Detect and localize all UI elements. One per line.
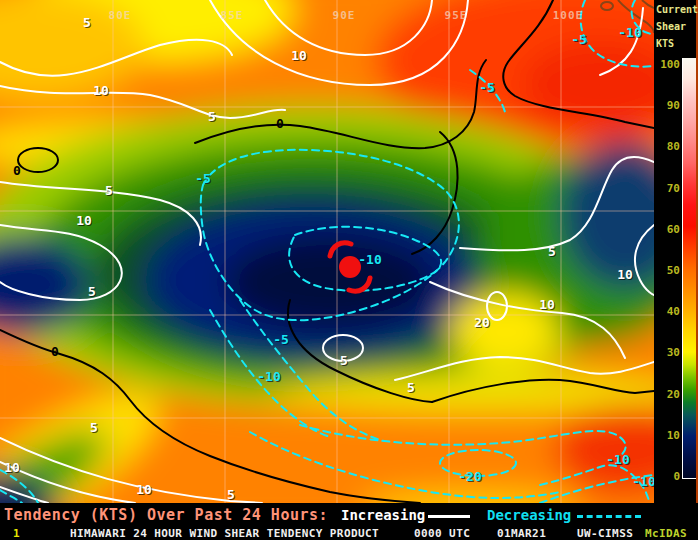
contour-label: -5	[273, 333, 289, 346]
contour-label: -10	[618, 26, 641, 39]
contour-label: 10	[136, 483, 152, 496]
longitude-label: 80E	[109, 9, 132, 22]
frame-number: 1	[13, 527, 20, 540]
colorbar-tick: 90	[654, 99, 680, 112]
contour-label: -20	[458, 470, 481, 483]
contour-label: 10	[76, 214, 92, 227]
shear-tendency-map[interactable]: 80E85E90E95E100E 51010551055551010201010…	[0, 0, 654, 503]
contour-label: 10	[617, 268, 633, 281]
colorbar-tick: 60	[654, 222, 680, 235]
colorbar-tick: 0	[654, 470, 680, 483]
colorbar-title-line3: KTS	[656, 38, 674, 49]
mcidas-wind-shear-screen: 80E85E90E95E100E 51010551055551010201010…	[0, 0, 698, 540]
longitude-label: 85E	[221, 9, 244, 22]
decreasing-line-sample	[577, 515, 641, 518]
contour-label: 5	[407, 381, 415, 394]
product-title: HIMAWARI 24 HOUR WIND SHEAR TENDENCY PRO…	[70, 527, 379, 540]
colorbar-tick: 30	[654, 346, 680, 359]
contour-label: 10	[539, 298, 555, 311]
contour-label: 5	[548, 245, 556, 258]
contour-label: 20	[474, 316, 490, 329]
colorbar-tick: 20	[654, 387, 680, 400]
contour-label: 10	[4, 461, 20, 474]
longitude-label: 100E	[553, 9, 584, 22]
contour-label: 5	[227, 488, 235, 501]
colorbar-tick: 50	[654, 264, 680, 277]
colorbar-tick: 10	[654, 428, 680, 441]
product-source: UW-CIMSS	[577, 527, 633, 540]
contour-label: 10	[93, 84, 109, 97]
product-date: 01MAR21	[497, 527, 546, 540]
longitude-label: 95E	[445, 9, 468, 22]
contour-label: -10	[257, 370, 280, 383]
increasing-line-sample	[428, 515, 470, 518]
colorbar-title-line1: Current	[656, 4, 698, 15]
status-bar: 1 HIMAWARI 24 HOUR WIND SHEAR TENDENCY P…	[0, 525, 698, 540]
contour-label: 0	[276, 117, 284, 130]
product-time: 0000 UTC	[414, 527, 470, 540]
contour-label: -10	[358, 253, 381, 266]
contour-label: -10	[606, 453, 629, 466]
colorbar-tick: 70	[654, 181, 680, 194]
contour-label: -5	[479, 81, 495, 94]
contour-label: -10	[632, 475, 654, 488]
contour-label: -5	[195, 172, 211, 185]
contour-label: 5	[105, 184, 113, 197]
colorbar-title-line2: Shear	[656, 21, 686, 32]
increasing-label: Increasing	[341, 507, 425, 523]
colorbar-panel: Current Shear KTS 1009080706050403020100	[654, 0, 698, 503]
contour-label: 0	[13, 164, 21, 177]
contour-label: 5	[340, 354, 348, 367]
shear-colorbar	[682, 58, 696, 479]
mcidas-label: McIDAS	[645, 527, 687, 540]
longitude-label: 90E	[333, 9, 356, 22]
tendency-label: Tendency (KTS) Over Past 24 Hours:	[4, 506, 328, 524]
contour-label: -5	[571, 33, 587, 46]
contour-label: 5	[88, 285, 96, 298]
contour-label: 5	[83, 16, 91, 29]
colorbar-tick: 80	[654, 140, 680, 153]
contour-label: 5	[90, 421, 98, 434]
colorbar-tick: 40	[654, 305, 680, 318]
contour-label: 5	[208, 110, 216, 123]
colorbar-tick: 100	[654, 58, 680, 71]
contour-label: 0	[51, 345, 59, 358]
legend-bar: Tendency (KTS) Over Past 24 Hours: Incre…	[0, 503, 698, 525]
decreasing-label: Decreasing	[487, 507, 571, 523]
contour-label: 10	[291, 49, 307, 62]
